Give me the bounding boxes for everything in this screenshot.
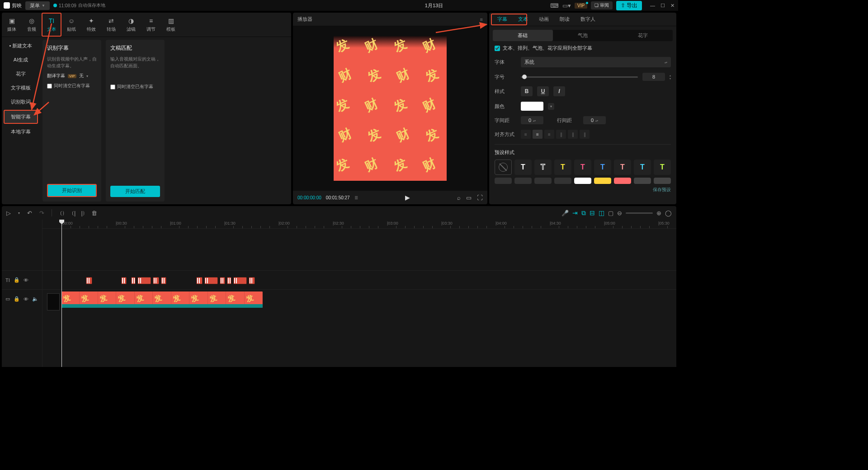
player-canvas-area[interactable]: 发财发财财发财发发财发财财发财发发财发财: [293, 26, 487, 191]
subtab-气泡[interactable]: 气泡: [553, 30, 613, 41]
subtitle-clip[interactable]: [121, 277, 127, 284]
link-icon[interactable]: ⊟: [590, 209, 595, 216]
preset-item[interactable]: T: [594, 160, 611, 175]
delete-icon[interactable]: 🗑: [91, 210, 97, 216]
list-view-icon[interactable]: ≣: [354, 195, 358, 200]
sidebar-item-新建文本[interactable]: • 新建文本: [4, 40, 38, 52]
play-button[interactable]: ▶: [405, 194, 410, 201]
minimize-icon[interactable]: —: [650, 3, 655, 9]
preset-item[interactable]: [614, 178, 631, 184]
lock-icon[interactable]: 🔒: [14, 296, 20, 302]
sidebar-item-文字模板[interactable]: 文字模板: [4, 82, 38, 94]
split-left-icon[interactable]: ⟮|: [71, 210, 75, 216]
preset-item[interactable]: [574, 178, 591, 184]
eye-icon[interactable]: 👁: [24, 277, 28, 283]
preset-item[interactable]: T: [534, 160, 552, 175]
subtitle-clip[interactable]: [131, 277, 136, 284]
toolbar-文本[interactable]: TI文本: [42, 13, 61, 37]
text-track-header[interactable]: TI 🔒 👁: [2, 270, 42, 289]
size-slider[interactable]: [521, 76, 638, 78]
checkbox-input[interactable]: [47, 84, 52, 89]
checkbox-input[interactable]: [110, 85, 115, 89]
subtitle-clip[interactable]: [161, 277, 166, 284]
letter-spacing-input[interactable]: 0▴▾: [521, 116, 543, 124]
export-button[interactable]: ⇧ 导出: [616, 1, 642, 10]
zoom-slider[interactable]: [626, 212, 653, 214]
magnet-icon[interactable]: ⧉: [581, 209, 586, 217]
tab-动画[interactable]: 动画: [533, 13, 554, 26]
toolbar-转场[interactable]: ⇄转场: [101, 13, 121, 37]
toolbar-音频[interactable]: ◎音频: [22, 13, 42, 37]
slider-thumb[interactable]: [522, 75, 527, 79]
snap-icon[interactable]: ⇥: [572, 209, 578, 216]
menu-button[interactable]: 菜单 ▼: [25, 1, 50, 10]
subtab-花字[interactable]: 花字: [613, 30, 673, 41]
preset-item[interactable]: T: [654, 160, 671, 175]
subtitle-clip[interactable]: [86, 277, 92, 284]
preset-none[interactable]: [495, 160, 512, 175]
tab-朗读[interactable]: 朗读: [554, 13, 575, 26]
checkbox-input[interactable]: [495, 46, 500, 51]
line-spacing-input[interactable]: 0▴▾: [583, 116, 606, 124]
review-button[interactable]: ❏ 审阅: [591, 1, 613, 9]
align-v1-button[interactable]: ∥: [556, 130, 566, 139]
preset-item[interactable]: [634, 178, 651, 184]
sidebar-item-AI生成[interactable]: AI生成: [4, 54, 38, 66]
start-match-button[interactable]: 开始匹配: [110, 186, 160, 197]
preset-item[interactable]: T: [514, 160, 532, 175]
tab-文本[interactable]: 文本: [513, 13, 533, 26]
font-select[interactable]: 系统 ▴▾: [521, 57, 671, 67]
cover-thumb[interactable]: [47, 293, 60, 310]
toolbar-调节[interactable]: ≡调节: [141, 13, 161, 37]
preset-item[interactable]: [554, 178, 571, 184]
bold-button[interactable]: B: [521, 86, 533, 96]
subtitle-clip[interactable]: [153, 277, 159, 284]
mic-icon[interactable]: 🎤: [561, 210, 569, 216]
toolbar-贴纸[interactable]: ☺贴纸: [61, 13, 81, 37]
translate-row[interactable]: 翻译字幕 VIP 无 ▾: [47, 73, 97, 79]
keyboard-icon[interactable]: ⌨: [550, 2, 559, 9]
video-track-header[interactable]: ▭ 🔒 👁 🔈: [2, 289, 42, 308]
video-clip[interactable]: QQ视频20221215154824.mp4 00:01:50:27: [61, 291, 263, 308]
subtitle-clip[interactable]: [233, 277, 247, 284]
preset-item[interactable]: T: [574, 160, 591, 175]
layout-icon[interactable]: ▭▾: [562, 2, 571, 9]
sidebar-item-智能字幕[interactable]: 智能字幕: [4, 110, 38, 124]
align-center-button[interactable]: ≡: [533, 130, 542, 139]
split-icon[interactable]: ⟮⟯: [59, 210, 66, 216]
subtitle-clip[interactable]: [220, 277, 225, 284]
underline-button[interactable]: U: [537, 86, 549, 96]
preset-item[interactable]: T: [554, 160, 571, 175]
undo-icon[interactable]: ↶: [27, 210, 32, 216]
maximize-icon[interactable]: ☐: [660, 3, 665, 9]
clear-existing-checkbox[interactable]: 同时清空已有字幕: [47, 83, 97, 89]
sidebar-item-花字[interactable]: 花字: [4, 68, 38, 80]
color-swatch[interactable]: [521, 102, 543, 111]
preset-item[interactable]: [594, 178, 611, 184]
preset-item[interactable]: [534, 178, 552, 184]
zoom-out-icon[interactable]: ⊖: [617, 210, 622, 216]
size-input[interactable]: 8: [642, 73, 665, 81]
mute-icon[interactable]: 🔈: [32, 296, 38, 302]
playhead[interactable]: [61, 220, 62, 367]
preset-item[interactable]: T: [614, 160, 631, 175]
subtitle-clip[interactable]: [227, 277, 231, 284]
lock-icon[interactable]: 🔒: [14, 277, 20, 283]
zoom-fit-icon[interactable]: ◯: [665, 210, 672, 216]
size-stepper[interactable]: ▴▾: [670, 74, 671, 80]
color-dropdown-icon[interactable]: ▾: [548, 103, 554, 110]
subtitle-clip[interactable]: [137, 277, 151, 284]
redo-icon[interactable]: ↷: [39, 210, 44, 216]
scan-icon[interactable]: ⌕: [457, 194, 461, 201]
timeline-tracks[interactable]: |00:00|00:30|01:00|01:30|02:00|02:30|03:…: [42, 220, 676, 367]
time-ruler[interactable]: |00:00|00:30|01:00|01:30|02:00|02:30|03:…: [42, 220, 676, 229]
clear-existing-checkbox[interactable]: 同时清空已有字幕: [110, 84, 160, 90]
eye-icon[interactable]: 👁: [24, 296, 28, 302]
preset-item[interactable]: [654, 178, 671, 184]
subtitle-clip[interactable]: [204, 277, 218, 284]
preview-icon[interactable]: ◫: [599, 209, 604, 216]
player-menu-icon[interactable]: ≡: [480, 17, 483, 22]
toolbar-特效[interactable]: ✦特效: [81, 13, 101, 37]
align-v2-button[interactable]: ∥: [568, 130, 578, 139]
close-icon[interactable]: ✕: [670, 3, 675, 9]
